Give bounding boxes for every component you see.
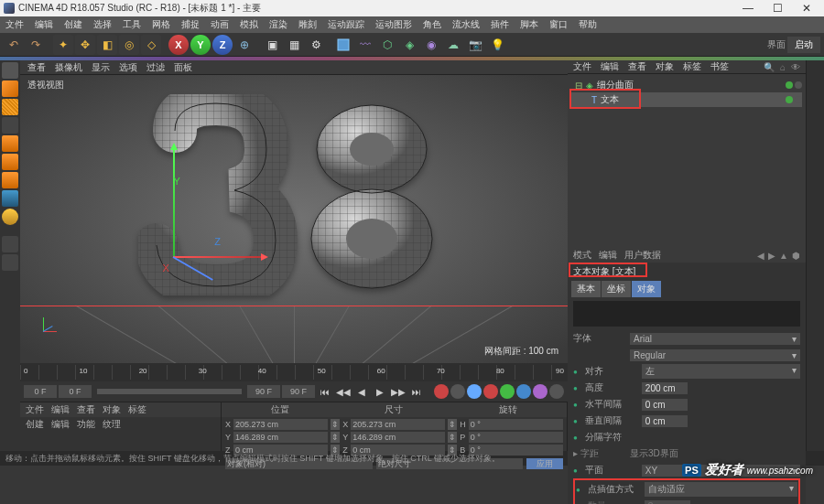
camera-button[interactable]: 📷 bbox=[465, 35, 485, 55]
autokey-button[interactable] bbox=[450, 384, 465, 399]
menu-character[interactable]: 角色 bbox=[423, 18, 441, 31]
om-tab-bookmarks[interactable]: 书签 bbox=[710, 60, 729, 73]
render-pv-button[interactable]: ▦ bbox=[284, 35, 304, 55]
move-tool[interactable]: ✥ bbox=[75, 35, 95, 55]
vp-tab-options[interactable]: 选项 bbox=[119, 61, 137, 74]
menu-snap[interactable]: 捕捉 bbox=[181, 18, 200, 31]
vp-tab-cameras[interactable]: 摄像机 bbox=[55, 61, 82, 74]
font-style-dropdown[interactable]: Regular▾ bbox=[630, 349, 800, 361]
generator-button[interactable]: ⬡ bbox=[377, 35, 397, 55]
vp-tab-filter[interactable]: 过滤 bbox=[146, 61, 165, 74]
menu-sculpt[interactable]: 雕刻 bbox=[298, 18, 317, 31]
menu-help[interactable]: 帮助 bbox=[579, 18, 597, 31]
am-mode[interactable]: 模式 bbox=[573, 249, 591, 262]
axis-mode-button[interactable] bbox=[2, 190, 18, 207]
polygon-mode-button[interactable] bbox=[2, 172, 18, 188]
end-frame-input[interactable]: 90 F bbox=[247, 385, 280, 398]
param-key-button[interactable] bbox=[533, 384, 548, 399]
apply-button[interactable]: 应用 bbox=[526, 458, 563, 469]
current-frame-input[interactable]: 0 F bbox=[59, 385, 92, 398]
menu-select[interactable]: 选择 bbox=[93, 18, 112, 31]
mat-sub-func[interactable]: 功能 bbox=[77, 418, 95, 431]
object-manager[interactable]: ⊟◈ 细分曲面 T 文本 bbox=[568, 74, 806, 248]
play-button[interactable]: ▶ bbox=[372, 383, 388, 400]
record-button[interactable] bbox=[434, 384, 449, 399]
om-tab-edit[interactable]: 编辑 bbox=[601, 60, 619, 73]
height-input[interactable]: 200 cm bbox=[642, 382, 688, 394]
workplane-button[interactable] bbox=[2, 117, 18, 134]
make-editable-button[interactable] bbox=[2, 62, 18, 79]
menu-create[interactable]: 创建 bbox=[64, 18, 82, 31]
scale-key-button[interactable] bbox=[500, 384, 515, 399]
mat-tab-tags[interactable]: 标签 bbox=[128, 403, 146, 416]
model-mode-button[interactable] bbox=[2, 80, 18, 97]
am-edit[interactable]: 编辑 bbox=[599, 249, 617, 262]
subdivision-button[interactable]: ◈ bbox=[399, 35, 419, 55]
menu-edit[interactable]: 编辑 bbox=[35, 18, 53, 31]
viewport[interactable]: 透视视图 bbox=[20, 75, 568, 363]
goto-end-button[interactable]: ⏭ bbox=[408, 383, 425, 400]
timeline-slider[interactable] bbox=[97, 389, 242, 394]
menu-window[interactable]: 窗口 bbox=[549, 18, 568, 31]
mat-tab-file[interactable]: 文件 bbox=[26, 403, 44, 416]
select-tool[interactable]: ✦ bbox=[53, 35, 73, 55]
step-fwd-button[interactable]: ▶▶ bbox=[390, 383, 407, 400]
mat-sub-create[interactable]: 创建 bbox=[26, 418, 44, 431]
menu-script[interactable]: 脚本 bbox=[520, 18, 538, 31]
play-back-button[interactable]: ◀ bbox=[353, 383, 370, 400]
vp-tab-panel[interactable]: 面板 bbox=[174, 61, 192, 74]
up-icon[interactable]: ▲ bbox=[779, 251, 788, 261]
obj-text[interactable]: T 文本 bbox=[571, 92, 802, 107]
keyframe-sel-button[interactable] bbox=[467, 384, 482, 399]
project-length-input[interactable]: 90 F bbox=[282, 385, 315, 398]
rot-key-button[interactable] bbox=[516, 384, 531, 399]
edge-mode-button[interactable] bbox=[2, 154, 18, 170]
mat-tab-view[interactable]: 查看 bbox=[77, 403, 95, 416]
om-tab-tags[interactable]: 标签 bbox=[683, 60, 701, 73]
mat-sub-edit[interactable]: 编辑 bbox=[51, 418, 70, 431]
menu-motion-tracker[interactable]: 运动跟踪 bbox=[328, 18, 364, 31]
axis-y-button[interactable]: Y bbox=[190, 35, 211, 55]
minimize-button[interactable]: — bbox=[734, 1, 762, 16]
step-back-button[interactable]: ◀◀ bbox=[335, 383, 352, 400]
light-button[interactable]: 💡 bbox=[487, 35, 507, 55]
align-dropdown[interactable]: 左▾ bbox=[642, 364, 800, 379]
coord-x-input[interactable]: 205.273 cm bbox=[233, 419, 328, 430]
menu-mesh[interactable]: 网格 bbox=[152, 18, 170, 31]
vspace-input[interactable]: 0 cm bbox=[642, 415, 688, 427]
undo-button[interactable]: ↶ bbox=[4, 35, 24, 55]
menu-render[interactable]: 渲染 bbox=[269, 18, 287, 31]
viewport-solo-button[interactable] bbox=[2, 236, 18, 252]
snap-button[interactable] bbox=[2, 209, 18, 225]
render-settings-button[interactable]: ⚙ bbox=[306, 35, 326, 55]
coord-system-button[interactable]: ⊕ bbox=[234, 35, 255, 55]
size-y-input[interactable]: 146.289 cm bbox=[351, 432, 445, 443]
om-tab-view[interactable]: 查看 bbox=[628, 60, 646, 73]
menu-tools[interactable]: 工具 bbox=[123, 18, 141, 31]
pos-key-button[interactable] bbox=[483, 384, 498, 399]
texture-mode-button[interactable] bbox=[2, 99, 18, 115]
vp-tab-display[interactable]: 显示 bbox=[92, 61, 110, 74]
axis-x-button[interactable]: X bbox=[168, 35, 189, 55]
layout-dropdown[interactable]: 启动 bbox=[787, 37, 820, 53]
menu-plugins[interactable]: 插件 bbox=[491, 18, 509, 31]
menu-mograph[interactable]: 运动图形 bbox=[375, 18, 412, 31]
start-frame-input[interactable]: 0 F bbox=[24, 385, 57, 398]
lock-icon[interactable]: ⬢ bbox=[792, 251, 800, 261]
point-mode-button[interactable] bbox=[2, 135, 18, 152]
spline-button[interactable]: 〰 bbox=[355, 35, 375, 55]
primitive-cube-button[interactable] bbox=[333, 35, 353, 55]
eye-icon[interactable]: 👁 bbox=[791, 62, 800, 72]
attr-tab-coord[interactable]: 坐标 bbox=[602, 281, 631, 297]
render-view-button[interactable]: ▣ bbox=[262, 35, 282, 55]
vp-tab-view[interactable]: 查看 bbox=[27, 61, 46, 74]
timeline[interactable]: 0102030405060708090 bbox=[20, 363, 568, 381]
last-tool[interactable]: ◇ bbox=[141, 35, 161, 55]
om-tab-objects[interactable]: 对象 bbox=[656, 60, 674, 73]
obj-subdivision-surface[interactable]: ⊟◈ 细分曲面 bbox=[571, 78, 802, 92]
coord-y-input[interactable]: 146.289 cm bbox=[233, 432, 328, 443]
home-icon[interactable]: ⌂ bbox=[780, 62, 786, 72]
attr-tab-basic[interactable]: 基本 bbox=[571, 281, 601, 297]
size-x-input[interactable]: 205.273 cm bbox=[351, 419, 445, 430]
maximize-button[interactable]: ☐ bbox=[764, 1, 791, 16]
